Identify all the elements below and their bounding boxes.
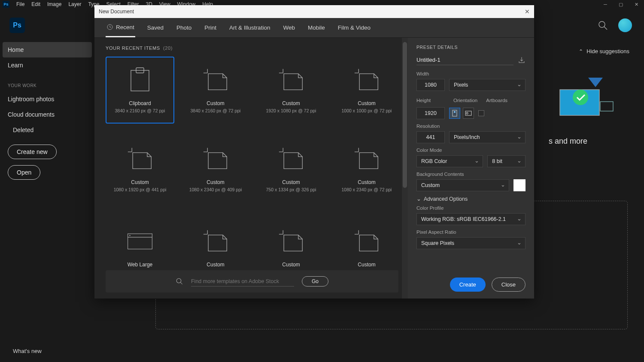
resolution-input[interactable]	[416, 131, 445, 143]
tab-print[interactable]: Print	[204, 18, 217, 37]
gallery-heading: YOUR RECENT ITEMS (20)	[106, 45, 402, 51]
preset-card[interactable]: Custom1920 x 1080 px @ 72 ppi	[257, 57, 325, 124]
doc-icon	[278, 146, 304, 172]
stock-go-button[interactable]: Go	[302, 276, 328, 287]
preset-card-dims: 750 x 1334 px @ 326 ppi	[266, 187, 316, 192]
background-color-swatch[interactable]	[513, 179, 526, 191]
doc-icon	[203, 146, 228, 172]
preset-card[interactable]: Custom1080 x 1920 px @ 441 ppi	[106, 136, 174, 202]
document-name-input[interactable]	[416, 55, 513, 65]
sidebar-item-home[interactable]: Home	[3, 42, 92, 57]
avatar[interactable]	[618, 18, 632, 32]
sidebar-your-work-label: YOUR WORK	[0, 73, 94, 91]
create-button[interactable]: Create	[450, 278, 486, 292]
color-depth-dropdown[interactable]: 8 bit	[487, 155, 526, 167]
svg-point-11	[176, 278, 181, 283]
artboards-checkbox[interactable]	[478, 110, 484, 116]
tab-saved[interactable]: Saved	[146, 18, 164, 37]
width-label: Width	[416, 71, 526, 76]
preset-card[interactable]: Custom1080 x 2340 px @ 72 ppi	[332, 136, 401, 202]
preset-details-panel: PRESET DETAILS Width Pixels Height Orien…	[408, 38, 534, 299]
color-profile-dropdown[interactable]: Working RGB: sRGB IEC61966-2.1	[416, 213, 526, 225]
save-preset-icon[interactable]	[518, 56, 526, 64]
background-contents-label: Background Contents	[416, 172, 526, 177]
doc-icon	[203, 67, 228, 93]
height-input[interactable]	[416, 107, 445, 119]
resolution-label: Resolution	[416, 124, 526, 129]
preset-card[interactable]: Clipboard3840 x 2160 px @ 72 ppi	[106, 57, 174, 124]
width-input[interactable]	[416, 79, 445, 91]
color-mode-dropdown[interactable]: RGB Color	[416, 155, 483, 167]
preset-card-dims: 1080 x 2340 px @ 409 ppi	[189, 187, 242, 192]
preset-card[interactable]: Custom3840 x 2160 px @ 72 ppi	[181, 57, 250, 124]
gallery-scrollbar[interactable]	[402, 38, 408, 299]
tab-film[interactable]: Film & Video	[337, 18, 371, 37]
preset-card-dims: 1080 x 2340 px @ 72 ppi	[342, 187, 392, 192]
sidebar-item-cloud[interactable]: Cloud documents	[0, 107, 94, 122]
resolution-unit-dropdown[interactable]: Pixels/Inch	[449, 131, 526, 143]
preset-card[interactable]: Custom1000 x 1000 px @ 72 ppi	[332, 57, 401, 124]
dialog-close-button[interactable]: ✕	[525, 8, 530, 15]
minimize-button[interactable]: ─	[598, 0, 613, 9]
tab-web[interactable]: Web	[282, 18, 296, 37]
chevron-down-icon: ⌄	[416, 196, 421, 202]
window-controls: ─ ▢ ✕	[598, 0, 644, 9]
preset-gallery: YOUR RECENT ITEMS (20) Clipboard3840 x 2…	[94, 38, 408, 299]
svg-rect-4	[600, 102, 613, 111]
preset-card-name: Custom	[131, 179, 149, 185]
tab-art[interactable]: Art & Illustration	[228, 18, 271, 37]
doc-icon	[354, 67, 380, 93]
preset-card-name: Clipboard	[129, 100, 151, 106]
hide-suggestions-button[interactable]: ⌃ Hide suggestions	[549, 48, 629, 54]
create-new-button[interactable]: Create new	[8, 145, 57, 159]
preset-card[interactable]: Custom1080 x 2340 px @ 409 ppi	[181, 136, 250, 202]
background-contents-dropdown[interactable]: Custom	[416, 179, 509, 191]
artboards-label: Artboards	[486, 98, 507, 103]
tab-recent[interactable]: Recent	[106, 18, 135, 37]
width-unit-dropdown[interactable]: Pixels	[449, 79, 526, 91]
preset-card-name: Custom	[282, 100, 300, 106]
stock-search-input[interactable]	[191, 277, 294, 287]
doc-icon	[354, 146, 380, 172]
advanced-options-toggle[interactable]: ⌄ Advanced Options	[416, 196, 526, 202]
preset-card-name: Custom	[358, 179, 375, 185]
sidebar-item-learn[interactable]: Learn	[0, 57, 94, 73]
search-icon[interactable]	[598, 20, 608, 30]
clipboard-icon	[127, 67, 153, 93]
dialog-title: New Document	[99, 9, 134, 15]
home-sidebar: Home Learn YOUR WORK Lightroom photos Cl…	[0, 42, 94, 187]
preset-card-dims: 1920 x 1080 px @ 72 ppi	[266, 108, 316, 113]
svg-line-1	[604, 27, 607, 30]
pixel-aspect-ratio-dropdown[interactable]: Square Pixels	[416, 237, 526, 249]
doc-icon	[278, 67, 304, 93]
close-button[interactable]: Close	[492, 278, 526, 292]
stock-search-bar: Go	[106, 270, 398, 293]
preset-card-dims: 1000 x 1000 px @ 72 ppi	[342, 108, 392, 113]
height-label: Height	[416, 98, 445, 103]
doc-icon	[354, 228, 380, 254]
orientation-portrait-button[interactable]	[449, 108, 460, 119]
menu-edit[interactable]: Edit	[28, 1, 44, 7]
tab-photo[interactable]: Photo	[176, 18, 192, 37]
menu-image[interactable]: Image	[44, 1, 65, 7]
orientation-label: Orientation	[453, 98, 477, 103]
open-button[interactable]: Open	[8, 165, 40, 180]
svg-point-3	[573, 90, 588, 105]
ps-logo: Ps	[9, 18, 25, 33]
orientation-landscape-button[interactable]	[463, 108, 474, 119]
color-profile-label: Color Profile	[416, 205, 526, 211]
tab-mobile[interactable]: Mobile	[307, 18, 326, 37]
preset-card-name: Custom	[207, 262, 224, 268]
menu-file[interactable]: File	[13, 1, 28, 7]
whats-new-link[interactable]: What's new	[13, 348, 42, 354]
close-window-button[interactable]: ✕	[629, 0, 644, 9]
preset-card[interactable]: Custom750 x 1334 px @ 326 ppi	[257, 136, 325, 202]
preset-card-name: Custom	[207, 179, 224, 185]
maximize-button[interactable]: ▢	[613, 0, 629, 9]
sidebar-item-lightroom[interactable]: Lightroom photos	[0, 91, 94, 107]
menu-layer[interactable]: Layer	[65, 1, 85, 7]
sidebar-item-deleted[interactable]: Deleted	[0, 122, 94, 138]
svg-point-10	[129, 235, 130, 236]
ps-badge: Ps	[3, 1, 9, 8]
svg-line-12	[180, 282, 182, 284]
